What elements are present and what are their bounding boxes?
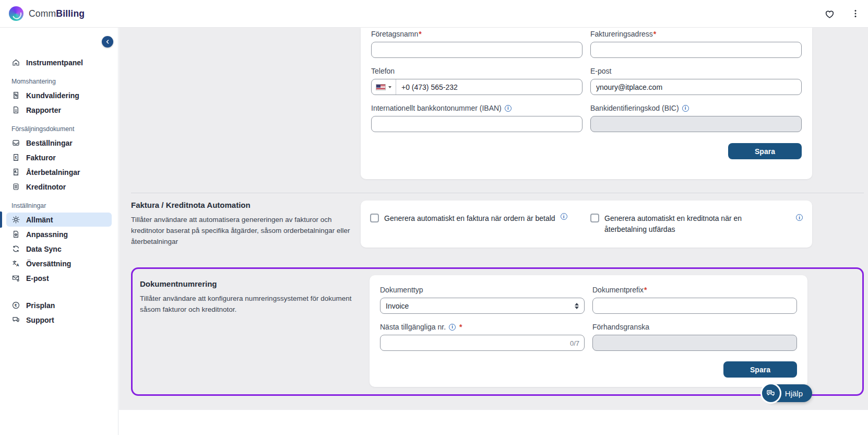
sidebar-nav: Instrumentpanel Momshantering Kundvalide… [0, 28, 118, 327]
sidebar-item-rapporter[interactable]: Rapporter [6, 103, 112, 117]
report-icon [11, 105, 20, 114]
sidebar-item-aterbetalningar[interactable]: Återbetalningar [6, 165, 112, 179]
sidebar-item-prisplan[interactable]: € Prisplan [6, 298, 112, 312]
document-prefix-label: Dokumentprefix [592, 286, 647, 294]
sidebar-item-label: Data Sync [26, 245, 62, 253]
automation-title: Faktura / Kreditnota Automation [131, 201, 350, 209]
sidebar-item-label: Anpassning [26, 230, 68, 239]
euro-circle-icon: € [11, 301, 20, 310]
brand-suffix: Billing [56, 8, 85, 19]
automation-card: Generera automatiskt en faktura när orde… [361, 201, 812, 248]
sidebar-group-momshantering: Momshantering [11, 78, 112, 85]
phone-input[interactable]: +0 (473) 565-232 [371, 79, 582, 95]
sidebar: Instrumentpanel Momshantering Kundvalide… [0, 28, 118, 435]
inbox-icon [11, 138, 20, 147]
company-save-button[interactable]: Spara [728, 143, 802, 159]
auto-credit-info-icon[interactable] [796, 214, 803, 221]
email-input[interactable] [590, 79, 802, 95]
iban-label: Internationellt bankkontonummer (IBAN) [371, 104, 502, 112]
sync-icon [11, 244, 20, 253]
document-prefix-input[interactable] [592, 298, 797, 314]
brand-logo-icon [9, 6, 23, 21]
support-chat-icon [11, 315, 20, 324]
auto-invoice-info-icon[interactable] [561, 213, 567, 220]
sidebar-item-e-post[interactable]: E-post [6, 271, 112, 285]
kebab-menu-icon [851, 9, 860, 18]
company-name-input[interactable] [371, 42, 582, 58]
sidebar-item-label: Återbetalningar [26, 168, 80, 177]
sidebar-item-kreditnotor[interactable]: Kreditnotor [6, 180, 112, 194]
sidebar-item-label: E-post [26, 274, 49, 283]
sidebar-group-installningar: Inställningar [11, 202, 112, 209]
next-number-input[interactable] [380, 335, 585, 351]
auto-invoice-checkbox[interactable] [370, 214, 379, 222]
auto-invoice-label: Generera automatiskt en faktura när orde… [384, 213, 555, 224]
phone-value: +0 (473) 565-232 [396, 83, 463, 91]
iban-info-icon[interactable] [505, 105, 512, 112]
sidebar-collapse-button[interactable] [102, 36, 113, 48]
company-form-card: Företagsnamn Faktureringsadress Telefon [361, 28, 812, 179]
sidebar-item-label: Instrumentpanel [26, 58, 83, 67]
sidebar-item-kundvalidering[interactable]: Kundvalidering [6, 88, 112, 102]
brand-name: CommBilling [29, 8, 85, 19]
iban-input[interactable] [371, 116, 582, 132]
brand-prefix: Comm [29, 8, 56, 19]
sidebar-item-label: Beställningar [26, 139, 73, 147]
preview-input [592, 335, 797, 351]
sidebar-item-data-sync[interactable]: Data Sync [6, 242, 112, 256]
updown-icon [575, 303, 579, 309]
sidebar-item-label: Kundvalidering [26, 91, 79, 100]
caret-down-icon [388, 86, 391, 88]
section-divider [131, 193, 864, 193]
sidebar-item-label: Allmänt [26, 216, 53, 224]
sidebar-item-label: Översättning [26, 260, 71, 268]
auto-credit-checkbox[interactable] [590, 214, 599, 222]
automation-description: Tillåter användare att automatisera gene… [131, 215, 350, 248]
sidebar-item-label: Prisplan [26, 301, 55, 310]
sidebar-item-instrumentpanel[interactable]: Instrumentpanel [6, 55, 112, 69]
numbering-card: Dokumenttyp Invoice Dokumentprefix [370, 275, 807, 387]
sidebar-item-label: Support [26, 316, 54, 324]
billing-address-label: Faktureringsadress [590, 30, 656, 38]
chat-bubbles-icon [760, 383, 781, 404]
credit-note-icon [11, 182, 20, 191]
sidebar-item-bestallningar[interactable]: Beställningar [6, 136, 112, 150]
receipt-percent-icon [11, 91, 20, 100]
sidebar-item-support[interactable]: Support [6, 313, 112, 327]
numbering-section: Dokumentnumrering Tillåter användare att… [140, 275, 859, 387]
preview-label: Förhandsgranska [592, 323, 649, 331]
company-section-left [131, 28, 361, 179]
document-type-select[interactable]: Invoice [380, 298, 585, 314]
sidebar-item-oversattning[interactable]: A Översättning [6, 256, 112, 271]
auto-credit-label: Generera automatiskt en kreditnota när e… [604, 213, 782, 235]
svg-text:A: A [16, 263, 19, 267]
main-content: Företagsnamn Faktureringsadress Telefon [119, 28, 868, 410]
customize-icon [11, 230, 20, 239]
next-number-info-icon[interactable] [449, 324, 456, 331]
company-name-label: Företagsnamn [371, 30, 422, 38]
translate-icon: A [11, 259, 20, 268]
favorites-button[interactable] [823, 7, 836, 20]
bic-input [590, 116, 802, 132]
chevron-left-icon [104, 39, 111, 45]
numbering-save-button[interactable]: Spara [723, 361, 797, 378]
automation-section: Faktura / Kreditnota Automation Tillåter… [131, 201, 864, 248]
sidebar-item-allmant[interactable]: Allmänt [6, 213, 112, 227]
next-number-label: Nästa tillgängliga nr. [380, 323, 446, 331]
more-menu-button[interactable] [849, 7, 862, 20]
help-button[interactable]: Hjälp [765, 384, 812, 402]
sidebar-item-fakturor[interactable]: € Fakturor [6, 150, 112, 164]
document-type-label: Dokumenttyp [380, 286, 423, 294]
sidebar-item-anpassning[interactable]: Anpassning [6, 227, 112, 241]
refund-icon [11, 168, 20, 177]
bic-info-icon[interactable] [682, 105, 689, 112]
billing-address-input[interactable] [590, 42, 802, 58]
email-label: E-post [590, 67, 611, 75]
invoice-icon: € [11, 153, 20, 162]
char-counter: 0/7 [570, 339, 579, 347]
country-code-selector[interactable] [372, 79, 396, 95]
numbering-highlight: Dokumentnumrering Tillåter användare att… [131, 267, 864, 396]
svg-text:€: € [15, 156, 17, 159]
sidebar-item-label: Rapporter [26, 106, 61, 114]
sidebar-group-forsaljningsdokument: Försäljningsdokument [11, 125, 112, 133]
